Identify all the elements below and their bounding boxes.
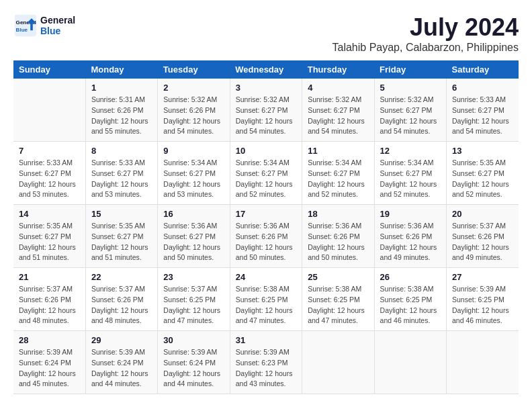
calendar-cell: 17Sunrise: 5:36 AM Sunset: 6:26 PM Dayli… [230,205,302,268]
day-number: 11 [308,146,368,156]
calendar-cell: 12Sunrise: 5:34 AM Sunset: 6:27 PM Dayli… [374,142,446,205]
calendar-cell: 25Sunrise: 5:38 AM Sunset: 6:25 PM Dayli… [302,268,374,331]
cell-info: Sunrise: 5:32 AM Sunset: 6:27 PM Dayligh… [308,95,368,137]
calendar-cell: 19Sunrise: 5:36 AM Sunset: 6:26 PM Dayli… [374,205,446,268]
cell-info: Sunrise: 5:37 AM Sunset: 6:26 PM Dayligh… [19,284,80,326]
day-number: 14 [19,209,80,219]
cell-info: Sunrise: 5:32 AM Sunset: 6:27 PM Dayligh… [236,95,296,137]
calendar-cell: 8Sunrise: 5:33 AM Sunset: 6:27 PM Daylig… [85,142,157,205]
header: General Blue General Blue July 2024 Tala… [13,13,519,54]
calendar-cell: 26Sunrise: 5:38 AM Sunset: 6:25 PM Dayli… [374,268,446,331]
main-title: July 2024 [332,13,519,42]
day-number: 17 [236,209,296,219]
calendar-cell [13,79,85,142]
logo-icon: General Blue [13,13,38,38]
day-number: 12 [380,146,441,156]
week-row-5: 28Sunrise: 5:39 AM Sunset: 6:24 PM Dayli… [13,331,519,394]
day-number: 27 [452,272,513,282]
calendar-table: SundayMondayTuesdayWednesdayThursdayFrid… [13,60,519,394]
day-number: 16 [163,209,224,219]
day-number: 30 [163,335,224,345]
cell-info: Sunrise: 5:38 AM Sunset: 6:25 PM Dayligh… [236,284,296,326]
calendar-cell: 23Sunrise: 5:37 AM Sunset: 6:25 PM Dayli… [158,268,230,331]
cell-info: Sunrise: 5:37 AM Sunset: 6:26 PM Dayligh… [452,221,513,263]
week-row-1: 1Sunrise: 5:31 AM Sunset: 6:26 PM Daylig… [13,79,519,142]
day-number: 1 [91,83,152,93]
week-row-4: 21Sunrise: 5:37 AM Sunset: 6:26 PM Dayli… [13,268,519,331]
cell-info: Sunrise: 5:37 AM Sunset: 6:26 PM Dayligh… [91,284,152,326]
day-number: 18 [308,209,368,219]
cell-info: Sunrise: 5:39 AM Sunset: 6:24 PM Dayligh… [163,347,224,390]
cell-info: Sunrise: 5:35 AM Sunset: 6:27 PM Dayligh… [19,221,80,263]
calendar-cell: 21Sunrise: 5:37 AM Sunset: 6:26 PM Dayli… [13,268,85,331]
calendar-cell [374,331,446,394]
cell-info: Sunrise: 5:35 AM Sunset: 6:27 PM Dayligh… [452,158,513,200]
calendar-cell: 2Sunrise: 5:32 AM Sunset: 6:26 PM Daylig… [158,79,230,142]
cell-info: Sunrise: 5:34 AM Sunset: 6:27 PM Dayligh… [236,158,296,200]
day-number: 2 [163,83,224,93]
calendar-cell: 29Sunrise: 5:39 AM Sunset: 6:24 PM Dayli… [85,331,157,394]
calendar-cell [447,331,519,394]
day-number: 4 [308,83,368,93]
calendar-cell: 4Sunrise: 5:32 AM Sunset: 6:27 PM Daylig… [302,79,374,142]
day-number: 15 [91,209,152,219]
calendar-cell: 22Sunrise: 5:37 AM Sunset: 6:26 PM Dayli… [85,268,157,331]
cell-info: Sunrise: 5:34 AM Sunset: 6:27 PM Dayligh… [308,158,368,200]
cell-info: Sunrise: 5:36 AM Sunset: 6:26 PM Dayligh… [380,221,441,263]
title-area: July 2024 Talahib Payap, Calabarzon, Phi… [332,13,519,54]
calendar-cell: 20Sunrise: 5:37 AM Sunset: 6:26 PM Dayli… [447,205,519,268]
day-number: 31 [236,335,296,345]
day-number: 7 [19,146,80,156]
calendar-cell: 15Sunrise: 5:35 AM Sunset: 6:27 PM Dayli… [85,205,157,268]
calendar-cell: 14Sunrise: 5:35 AM Sunset: 6:27 PM Dayli… [13,205,85,268]
header-day-monday: Monday [85,60,157,79]
cell-info: Sunrise: 5:33 AM Sunset: 6:27 PM Dayligh… [91,158,152,200]
day-number: 19 [380,209,441,219]
cell-info: Sunrise: 5:38 AM Sunset: 6:25 PM Dayligh… [308,284,368,326]
header-day-thursday: Thursday [302,60,374,79]
calendar-header-row: SundayMondayTuesdayWednesdayThursdayFrid… [13,60,519,79]
calendar-cell: 10Sunrise: 5:34 AM Sunset: 6:27 PM Dayli… [230,142,302,205]
cell-info: Sunrise: 5:36 AM Sunset: 6:27 PM Dayligh… [163,221,224,263]
week-row-2: 7Sunrise: 5:33 AM Sunset: 6:27 PM Daylig… [13,142,519,205]
cell-info: Sunrise: 5:31 AM Sunset: 6:26 PM Dayligh… [91,95,152,137]
day-number: 10 [236,146,296,156]
calendar-cell: 31Sunrise: 5:39 AM Sunset: 6:23 PM Dayli… [230,331,302,394]
day-number: 20 [452,209,513,219]
calendar-cell: 11Sunrise: 5:34 AM Sunset: 6:27 PM Dayli… [302,142,374,205]
calendar-cell: 1Sunrise: 5:31 AM Sunset: 6:26 PM Daylig… [85,79,157,142]
day-number: 23 [163,272,224,282]
calendar-cell: 28Sunrise: 5:39 AM Sunset: 6:24 PM Dayli… [13,331,85,394]
day-number: 28 [19,335,80,345]
header-day-saturday: Saturday [447,60,519,79]
day-number: 8 [91,146,152,156]
calendar-cell: 27Sunrise: 5:39 AM Sunset: 6:25 PM Dayli… [447,268,519,331]
day-number: 24 [236,272,296,282]
header-day-friday: Friday [374,60,446,79]
calendar-cell: 7Sunrise: 5:33 AM Sunset: 6:27 PM Daylig… [13,142,85,205]
cell-info: Sunrise: 5:32 AM Sunset: 6:26 PM Dayligh… [163,95,224,137]
subtitle: Talahib Payap, Calabarzon, Philippines [332,42,519,54]
calendar-cell: 5Sunrise: 5:32 AM Sunset: 6:27 PM Daylig… [374,79,446,142]
day-number: 21 [19,272,80,282]
cell-info: Sunrise: 5:36 AM Sunset: 6:26 PM Dayligh… [308,221,368,263]
logo-text: General Blue [40,15,75,36]
day-number: 6 [452,83,513,93]
cell-info: Sunrise: 5:38 AM Sunset: 6:25 PM Dayligh… [380,284,441,326]
cell-info: Sunrise: 5:39 AM Sunset: 6:25 PM Dayligh… [452,284,513,326]
day-number: 5 [380,83,441,93]
header-day-tuesday: Tuesday [158,60,230,79]
day-number: 9 [163,146,224,156]
calendar-cell [302,331,374,394]
calendar-cell: 30Sunrise: 5:39 AM Sunset: 6:24 PM Dayli… [158,331,230,394]
day-number: 25 [308,272,368,282]
calendar-cell: 3Sunrise: 5:32 AM Sunset: 6:27 PM Daylig… [230,79,302,142]
cell-info: Sunrise: 5:33 AM Sunset: 6:27 PM Dayligh… [452,95,513,137]
cell-info: Sunrise: 5:34 AM Sunset: 6:27 PM Dayligh… [163,158,224,200]
cell-info: Sunrise: 5:32 AM Sunset: 6:27 PM Dayligh… [380,95,441,137]
day-number: 3 [236,83,296,93]
day-number: 26 [380,272,441,282]
day-number: 22 [91,272,152,282]
cell-info: Sunrise: 5:36 AM Sunset: 6:26 PM Dayligh… [236,221,296,263]
cell-info: Sunrise: 5:37 AM Sunset: 6:25 PM Dayligh… [163,284,224,326]
